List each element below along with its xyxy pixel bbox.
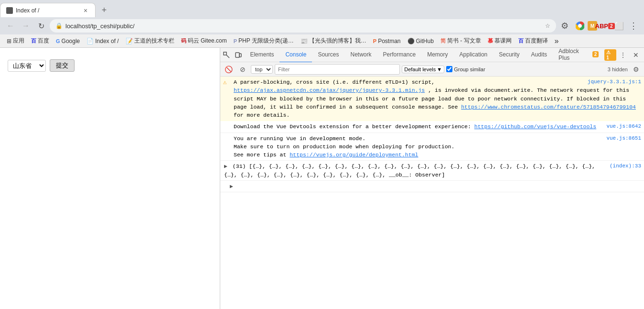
gitee-icon: 码 — [181, 37, 186, 44]
tab-bar: Index of / × + — [0, 0, 644, 17]
bookmark-index[interactable]: 📄 Index of / — [84, 37, 121, 45]
console-settings-icon[interactable]: ⚙ — [630, 63, 642, 76]
page-content: 山东省 提交 — [0, 48, 220, 309]
bookmark-jianshu[interactable]: 简 简书 - 写文章 — [438, 36, 484, 46]
translate-icon: 百 — [518, 37, 524, 44]
submit-button[interactable]: 提交 — [50, 59, 75, 72]
devtools-panel: Elements Console Sources Network Perform… — [220, 48, 644, 309]
doc-icon: 📄 — [86, 38, 94, 44]
console-context-select[interactable]: top — [251, 65, 273, 74]
data-source[interactable]: (index):33 — [610, 162, 641, 170]
bookmark-apps[interactable]: ⊞ 应用 — [4, 36, 27, 46]
console-messages-area: jquery-3.3.1.js:1 A parser-blocking, cro… — [220, 77, 644, 309]
warning-source-link[interactable]: jquery-3.3.1.js:1 — [588, 78, 641, 86]
console-filter-toggle[interactable]: ⊘ — [236, 63, 249, 76]
more-menu-icon[interactable]: ⋮ — [627, 19, 640, 33]
page-container: 山东省 提交 Elements — [0, 48, 644, 309]
expand-arrow-icon[interactable]: ▶ — [224, 163, 227, 169]
address-bar-input[interactable]: 🔒 localhost/tp_ceshi/public/ ☆ — [50, 19, 556, 33]
back-button[interactable]: ← — [4, 19, 17, 33]
console-levels-select[interactable]: Default levels ▼ — [402, 66, 444, 73]
address-bar: ← → ↻ 🔒 localhost/tp_ceshi/public/ ☆ ⚙ M — [0, 17, 644, 34]
devtools-msg-source[interactable]: vue.js:8642 — [606, 122, 641, 131]
warn-count-badge: ⚠ 1 — [604, 49, 616, 61]
devtools-tab-security[interactable]: Security — [493, 47, 525, 63]
devtools-tab-console[interactable]: Console — [279, 47, 312, 63]
collapse-arrow-icon[interactable]: ▶ — [230, 183, 233, 189]
devtools-tab-memory[interactable]: Memory — [421, 47, 453, 63]
reload-button[interactable]: ↻ — [34, 19, 48, 33]
devtools-tab-performance[interactable]: Performance — [377, 47, 421, 63]
bookmark-blog[interactable]: 📰 【光头强的博客】我… — [298, 36, 369, 46]
jianshu-icon: 简 — [440, 37, 446, 44]
devtools-tab-sources[interactable]: Sources — [312, 47, 344, 63]
svg-rect-3 — [236, 53, 239, 57]
console-filter-input[interactable] — [275, 64, 400, 75]
mooc-icon: 慕 — [488, 37, 493, 44]
devtools-tab-elements[interactable]: Elements — [244, 47, 279, 63]
github-icon: ⚫ — [408, 38, 415, 44]
address-text: localhost/tp_ceshi/public/ — [65, 22, 542, 30]
province-dropdown[interactable]: 山东省 — [8, 60, 46, 72]
bookmark-php[interactable]: P PHP 无限级分类(递… — [231, 36, 297, 46]
console-toolbar: 🚫 ⊘ top Default levels ▼ Group similar 3… — [220, 62, 644, 77]
star-icon[interactable]: ☆ — [545, 22, 550, 29]
bookmark-baidu[interactable]: 百 百度 — [28, 36, 52, 46]
adblock-icon[interactable]: ABP 2 — [598, 19, 612, 33]
devtools-link[interactable]: https://github.com/vuejs/vue-devtools — [474, 123, 596, 130]
devmode-source[interactable]: vue.js:8651 — [606, 134, 641, 143]
devtools-close-button[interactable]: ✕ — [630, 49, 642, 61]
svg-rect-4 — [239, 54, 241, 57]
devtools-tab-adblock[interactable]: Adblock Plus 2 — [553, 47, 604, 63]
chrome-icon[interactable] — [573, 19, 587, 33]
google-g-icon: G — [56, 38, 60, 44]
devtools-top-row: Elements Console Sources Network Perform… — [220, 48, 644, 62]
bookmark-google[interactable]: G Google — [53, 37, 83, 45]
lock-icon: 🔒 — [55, 22, 63, 29]
devtools-device-icon[interactable] — [232, 49, 244, 61]
tab-close-button[interactable]: × — [82, 7, 89, 14]
svg-point-1 — [578, 24, 582, 28]
new-tab-button[interactable]: + — [97, 3, 111, 17]
group-similar-checkbox[interactable]: Group similar — [446, 66, 485, 72]
bookmark-postman[interactable]: P Postman — [370, 37, 404, 45]
console-message-devtools: vue.js:8642 Download the Vue Devtools ex… — [220, 121, 644, 132]
baidu-icon: 百 — [31, 37, 36, 44]
console-clear-button[interactable]: 🚫 — [222, 63, 235, 76]
extensions-icon[interactable]: ⬜ — [612, 19, 626, 33]
deployment-link[interactable]: https://vuejs.org/guide/deployment.html — [290, 152, 418, 158]
bookmarks-bar: ⊞ 应用 百 百度 G Google 📄 Index of / 📝 王道的技术专… — [0, 34, 644, 48]
devtools-more-button[interactable]: ⋮ — [617, 49, 629, 61]
bookmark-translate[interactable]: 百 百度翻译 — [515, 36, 551, 46]
tab-favicon — [6, 7, 13, 14]
warning-link2[interactable]: https://www.chromestatus.com/feature/571… — [461, 104, 636, 110]
console-message-expanded: ▶ — [220, 181, 644, 192]
apps-icon: ⊞ — [7, 38, 11, 44]
hidden-messages-count: 3 hidden — [608, 66, 628, 72]
devtools-tab-application[interactable]: Application — [454, 47, 494, 63]
warning-link1[interactable]: https://ajax.aspnetcdn.com/ajax/jquery/j… — [234, 87, 425, 93]
console-message-devmode: vue.js:8651 You are running Vue in devel… — [220, 133, 644, 161]
devtools-inspect-icon[interactable] — [220, 49, 232, 61]
blog-icon: 📰 — [301, 38, 308, 44]
forward-button[interactable]: → — [19, 19, 32, 33]
active-tab[interactable]: Index of / × — [0, 3, 96, 17]
adblock-tab-badge: 2 — [592, 51, 599, 57]
devtools-tab-network[interactable]: Network — [344, 47, 377, 63]
bookmark-github[interactable]: ⚫ GitHub — [405, 37, 437, 45]
svg-rect-2 — [224, 52, 226, 55]
bookmark-wangdao[interactable]: 📝 王道的技术专栏 — [123, 36, 177, 46]
bookmark-gitee[interactable]: 码 码云 Gitee.com — [178, 36, 230, 46]
browser-toolbar-right: ⚙ M ABP 2 ⬜ ⋮ — [558, 19, 640, 33]
wangdao-icon: 📝 — [126, 38, 133, 44]
tab-title: Index of / — [16, 7, 79, 14]
bookmark-more[interactable]: » — [552, 36, 562, 46]
postman-icon: P — [373, 38, 376, 44]
console-message-data: (index):33 ▶ (31) [{…}, {…}, {…}, {…}, {… — [220, 161, 644, 181]
province-selector-area: 山东省 提交 — [8, 59, 212, 72]
php-icon: P — [234, 38, 237, 44]
devtools-tab-audits[interactable]: Audits — [526, 47, 553, 63]
bookmark-mooc[interactable]: 慕 慕课网 — [485, 36, 515, 46]
chrome-menu-icon[interactable]: ⚙ — [558, 19, 571, 33]
console-message-warning: jquery-3.3.1.js:1 A parser-blocking, cro… — [220, 77, 644, 121]
